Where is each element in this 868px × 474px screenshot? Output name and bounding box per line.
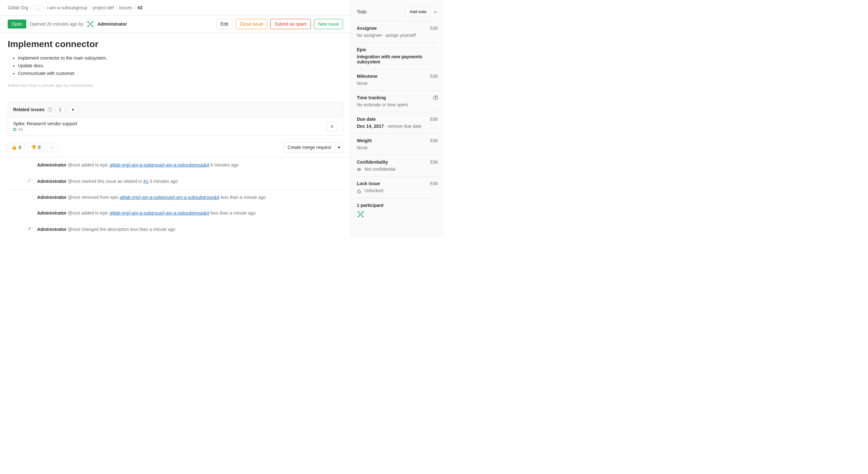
milestone-value: None xyxy=(357,81,438,86)
issue-description: Implement connector to the main subsyste… xyxy=(8,55,343,77)
collapse-sidebar-icon[interactable]: » xyxy=(433,8,438,16)
time-tracking-label: Time tracking xyxy=(357,95,386,100)
chevron-right-icon: › xyxy=(89,5,91,10)
epic-value[interactable]: Integration with new payments subsystem xyxy=(357,54,438,64)
edited-note: Edited less than a minute ago by Adminis… xyxy=(8,83,343,88)
milestone-label: Milestone xyxy=(357,74,378,79)
related-item-title: Spike: Research vendor support xyxy=(13,121,327,126)
breadcrumb-section[interactable]: Issues xyxy=(119,5,132,10)
activity-time: less than a minute ago xyxy=(219,195,266,200)
activity-link[interactable]: #1 xyxy=(144,179,149,184)
milestone-edit[interactable]: Edit xyxy=(430,74,438,79)
lock-label: Lock issue xyxy=(357,181,380,186)
related-count: 1 xyxy=(55,106,65,113)
activity-time: less than a minute ago xyxy=(130,227,175,232)
activity-user[interactable]: Administrator xyxy=(37,211,67,216)
related-issues-panel: Related issues ? 1 + Spike: Research ven… xyxy=(8,102,343,136)
activity-user[interactable]: Administrator xyxy=(37,162,67,167)
activity-link[interactable]: gitlab-org/i-am-a-subgroup/i-am-a-subsub… xyxy=(110,211,209,216)
thumbs-up-icon: 👍 xyxy=(11,145,17,150)
add-reaction-button[interactable]: ☺ xyxy=(47,143,58,152)
edit-button[interactable]: Edit xyxy=(217,19,232,29)
svg-point-1 xyxy=(88,22,89,23)
activity-time: 6 minutes ago xyxy=(209,162,239,167)
author-name[interactable]: Administrator xyxy=(97,22,127,27)
thumbs-down-icon: 👎 xyxy=(31,145,36,150)
related-header-label: Related issues xyxy=(13,107,44,112)
link-icon xyxy=(27,178,33,184)
svg-point-9 xyxy=(358,216,359,217)
activity-user[interactable]: Administrator xyxy=(37,195,67,200)
due-date-edit[interactable]: Edit xyxy=(430,117,438,122)
time-tracking-value: No estimate or time spent xyxy=(357,102,438,107)
assignee-label: Assignee xyxy=(357,26,377,31)
submit-spam-button[interactable]: Submit as spam xyxy=(270,19,311,29)
breadcrumb-ellipsis[interactable]: … xyxy=(33,5,42,10)
chevron-right-icon: › xyxy=(43,5,45,10)
activity-item: Administrator @root changed the descript… xyxy=(8,221,343,237)
chevron-right-icon: › xyxy=(116,5,117,10)
svg-point-8 xyxy=(363,211,364,212)
lock-edit[interactable]: Edit xyxy=(430,181,438,186)
activity-item: Administrator @root removed from epic gi… xyxy=(8,190,343,205)
weight-label: Weight xyxy=(357,138,372,143)
participant-avatar[interactable] xyxy=(357,211,365,218)
remove-related-button[interactable]: ✕ xyxy=(327,122,338,131)
assignee-edit[interactable]: Edit xyxy=(430,26,438,31)
confidentiality-value: Not confidential xyxy=(365,166,396,172)
activity-link[interactable]: gitlab-org/i-am-a-subgroup/i-am-a-subsub… xyxy=(120,195,219,200)
opened-text: Opened 20 minutes ago by xyxy=(29,22,83,27)
confidentiality-edit[interactable]: Edit xyxy=(430,159,438,165)
add-todo-button[interactable]: Add todo xyxy=(406,7,430,16)
svg-point-3 xyxy=(88,26,89,27)
pencil-icon xyxy=(27,226,33,232)
svg-point-4 xyxy=(92,26,93,27)
due-date-label: Due date xyxy=(357,117,376,122)
issue-status-bar: Open Opened 20 minutes ago by Administra… xyxy=(0,15,351,33)
activity-handle[interactable]: @root xyxy=(68,162,80,167)
thumbs-up-button[interactable]: 👍 0 xyxy=(8,143,25,152)
activity-link[interactable]: gitlab-org/i-am-a-subgroup/i-am-a-subsub… xyxy=(110,162,209,167)
activity-list: Administrator @root added to epic gitlab… xyxy=(0,157,351,237)
confidentiality-label: Confidentiality xyxy=(357,159,388,165)
unlock-icon xyxy=(357,188,363,193)
help-icon[interactable]: ? xyxy=(48,107,52,112)
weight-value: None xyxy=(357,145,438,150)
close-issue-button[interactable]: Close issue xyxy=(236,19,267,29)
create-mr-dropdown[interactable]: ▾ xyxy=(335,142,343,153)
activity-user[interactable]: Administrator xyxy=(37,179,67,184)
breadcrumb-project[interactable]: project-def xyxy=(93,5,114,10)
activity-time: 5 minutes ago xyxy=(148,179,178,184)
breadcrumb-current: #2 xyxy=(137,5,143,10)
assignee-value[interactable]: No assignee - assign yourself xyxy=(357,33,438,38)
activity-handle[interactable]: @root xyxy=(68,195,80,200)
thumbs-down-button[interactable]: 👎 0 xyxy=(27,143,44,152)
svg-point-2 xyxy=(92,22,93,23)
avatar[interactable] xyxy=(87,20,94,28)
eye-icon xyxy=(357,166,363,172)
create-mr-button[interactable]: Create merge request xyxy=(283,142,335,153)
participants-label: 1 participant xyxy=(357,203,383,208)
activity-handle[interactable]: @root xyxy=(68,179,80,184)
activity-handle[interactable]: @root xyxy=(68,227,80,232)
help-icon[interactable]: ? xyxy=(433,95,438,100)
desc-item: Update docs. xyxy=(18,62,343,70)
activity-user[interactable]: Administrator xyxy=(37,227,67,232)
chevron-right-icon: › xyxy=(30,5,32,10)
weight-edit[interactable]: Edit xyxy=(430,138,438,143)
remove-due-date[interactable]: - remove due date xyxy=(384,124,422,129)
desc-item: Implement connector to the main subsyste… xyxy=(18,55,343,62)
svg-point-7 xyxy=(358,211,359,212)
smiley-icon: ☺ xyxy=(50,145,55,150)
activity-time: less than a minute ago xyxy=(209,211,256,216)
breadcrumb-subgroup[interactable]: i-am-a-subsubgroup xyxy=(47,5,87,10)
related-item[interactable]: Spike: Research vendor support #1 ✕ xyxy=(8,117,343,135)
lock-value: Unlocked xyxy=(365,188,383,193)
add-related-button[interactable]: + xyxy=(68,106,78,113)
new-issue-button[interactable]: New issue xyxy=(314,19,343,29)
breadcrumb-org[interactable]: Gitlab Org xyxy=(8,5,28,10)
activity-handle[interactable]: @root xyxy=(68,211,80,216)
related-item-ref: #1 xyxy=(18,127,23,132)
activity-item: Administrator @root added to epic gitlab… xyxy=(8,205,343,221)
thumbs-up-count: 0 xyxy=(19,145,21,150)
